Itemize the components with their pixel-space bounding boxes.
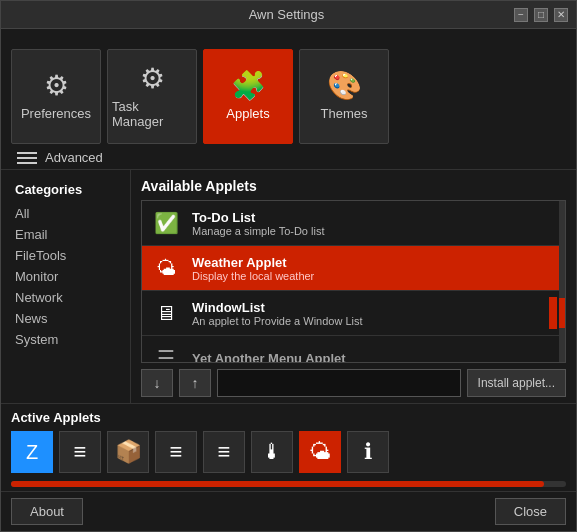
active-icon-therm[interactable]: 🌡 <box>251 431 293 473</box>
scroll-thumb <box>559 298 565 328</box>
yama-name: Yet Another Menu Applet <box>192 351 346 364</box>
move-down-button[interactable]: ↓ <box>141 369 173 397</box>
hamburger-icon <box>17 152 37 164</box>
weather-name: Weather Applet <box>192 255 314 270</box>
sidebar-item-news[interactable]: News <box>1 308 130 329</box>
title-bar: Awn Settings − □ ✕ <box>1 1 576 29</box>
sidebar: Categories All Email FileTools Monitor N… <box>1 170 131 403</box>
advanced-section[interactable]: Advanced <box>1 144 576 170</box>
right-panel: Available Applets ✅ To-Do List Manage a … <box>131 170 576 403</box>
sidebar-item-email[interactable]: Email <box>1 224 130 245</box>
tab-applets[interactable]: 🧩 Applets <box>203 49 293 144</box>
progress-bar-container <box>1 477 576 491</box>
active-icon-cbx[interactable]: 📦 <box>107 431 149 473</box>
active-icon-sep3[interactable]: ≡ <box>203 431 245 473</box>
scroll-right-indicator <box>549 297 557 329</box>
todo-desc: Manage a simple To-Do list <box>192 225 324 237</box>
sidebar-item-monitor[interactable]: Monitor <box>1 266 130 287</box>
info-icon: ℹ <box>364 439 372 465</box>
windowlist-icon: 🖥 <box>150 297 182 329</box>
tab-task-manager[interactable]: ⚙ Task Manager <box>107 49 197 144</box>
sidebar-item-all[interactable]: All <box>1 203 130 224</box>
task-manager-icon: ⚙ <box>140 65 165 93</box>
sidebar-item-system[interactable]: System <box>1 329 130 350</box>
bottom-bar: About Close <box>1 491 576 531</box>
maximize-button[interactable]: □ <box>534 8 548 22</box>
minimize-button[interactable]: − <box>514 8 528 22</box>
applet-item-weather[interactable]: 🌤 Weather Applet Display the local weath… <box>142 246 565 291</box>
tab-preferences[interactable]: ⚙ Preferences <box>11 49 101 144</box>
progress-bar <box>11 481 566 487</box>
weather-desc: Display the local weather <box>192 270 314 282</box>
active-icon-weather[interactable]: 🌤 <box>299 431 341 473</box>
tab-themes[interactable]: 🎨 Themes <box>299 49 389 144</box>
applets-icon: 🧩 <box>231 72 266 100</box>
windowlist-name: WindowList <box>192 300 363 315</box>
move-up-button[interactable]: ↑ <box>179 369 211 397</box>
active-icon-awn[interactable]: Z <box>11 431 53 473</box>
about-button[interactable]: About <box>11 498 83 525</box>
active-icon-info[interactable]: ℹ <box>347 431 389 473</box>
preferences-icon: ⚙ <box>44 72 69 100</box>
sep3-icon: ≡ <box>218 439 231 465</box>
window-controls: − □ ✕ <box>514 8 568 22</box>
main-content: Categories All Email FileTools Monitor N… <box>1 170 576 403</box>
main-window: Awn Settings − □ ✕ ⚙ Preferences ⚙ Task … <box>0 0 577 532</box>
install-applet-button[interactable]: Install applet... <box>467 369 566 397</box>
yama-icon: ☰ <box>150 342 182 363</box>
active-icon-sep1[interactable]: ≡ <box>59 431 101 473</box>
themes-icon: 🎨 <box>327 72 362 100</box>
applet-item-todo[interactable]: ✅ To-Do List Manage a simple To-Do list <box>142 201 565 246</box>
progress-fill <box>11 481 544 487</box>
tab-preferences-label: Preferences <box>21 106 91 121</box>
scroll-indicator <box>559 201 565 362</box>
applet-item-windowlist[interactable]: 🖥 WindowList An applet to Provide a Wind… <box>142 291 565 336</box>
available-applets-heading: Available Applets <box>141 178 566 194</box>
cbx-icon: 📦 <box>115 439 142 465</box>
sep1-icon: ≡ <box>74 439 87 465</box>
window-title: Awn Settings <box>59 7 514 22</box>
weather-icon: 🌤 <box>150 252 182 284</box>
active-icon-sep2[interactable]: ≡ <box>155 431 197 473</box>
active-applets-heading: Active Applets <box>11 410 566 425</box>
weather-active-icon: 🌤 <box>309 439 331 465</box>
applet-item-yama[interactable]: ☰ Yet Another Menu Applet <box>142 336 565 363</box>
sidebar-item-filetools[interactable]: FileTools <box>1 245 130 266</box>
applets-list: ✅ To-Do List Manage a simple To-Do list … <box>141 200 566 363</box>
active-icons-row: Z ≡ 📦 ≡ ≡ 🌡 🌤 ℹ <box>11 431 566 473</box>
controls-row: ↓ ↑ Install applet... <box>141 369 566 397</box>
tab-themes-label: Themes <box>321 106 368 121</box>
therm-icon: 🌡 <box>261 439 283 465</box>
todo-icon: ✅ <box>150 207 182 239</box>
tabs-bar: ⚙ Preferences ⚙ Task Manager 🧩 Applets 🎨… <box>1 29 576 144</box>
windowlist-desc: An applet to Provide a Window List <box>192 315 363 327</box>
advanced-label: Advanced <box>45 150 103 165</box>
sidebar-item-network[interactable]: Network <box>1 287 130 308</box>
tab-task-manager-label: Task Manager <box>112 99 192 129</box>
close-window-button[interactable]: ✕ <box>554 8 568 22</box>
sep2-icon: ≡ <box>170 439 183 465</box>
search-input[interactable] <box>217 369 461 397</box>
active-applets-section: Active Applets Z ≡ 📦 ≡ ≡ 🌡 🌤 <box>1 403 576 477</box>
categories-heading: Categories <box>1 178 130 201</box>
close-button[interactable]: Close <box>495 498 566 525</box>
tab-applets-label: Applets <box>226 106 269 121</box>
todo-name: To-Do List <box>192 210 324 225</box>
awn-icon: Z <box>26 441 38 464</box>
